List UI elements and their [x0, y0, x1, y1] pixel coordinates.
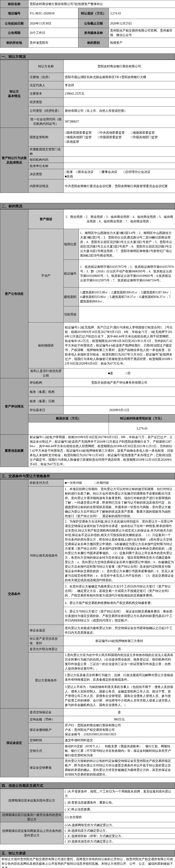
section3-title: 三、交易条件与受让方资格条件: [0, 473, 175, 479]
disclosure-form: 标的名称 贵阳农村商业银行股份有限公司7处抵债资产整体转让 项目编号 YG-JR…: [0, 0, 175, 868]
subject-status-label: 标的物现状: [28, 322, 64, 368]
parent-group-label: 所属集团或主管部门名称: [28, 147, 64, 157]
multi-transferee-label: 挂牌期满后若征集到两家及以上符合条件的意向受让方: [0, 822, 64, 844]
sasac-regulator-label: 国资监管机构: [28, 128, 64, 147]
qualification-item: 1.意向受让方应为在中华人民共和国境内依法设立并有效存续的企业法人或具有完全民事…: [64, 652, 175, 671]
project-no-value: YG-JRZC-2020018: [28, 8, 78, 19]
period-value: 20个工作日: [28, 28, 78, 38]
important-disclosure-value: 权证编号1-2处租户李明国，租期2019年9月16日至2027年9月15日，8年…: [28, 435, 175, 467]
deposit-method-value: 移动POS交款（针对个人）、转账支票（需提供进账单）、银行汇款、网银转账、银行汇…: [64, 744, 175, 758]
period-label: 公告周期: [0, 28, 28, 38]
legal-rep-label: 法定代表人: [28, 81, 64, 89]
approval-date-value: [64, 397, 175, 406]
registered-capital-value: 239041.25万元: [64, 89, 175, 98]
transferor-table: 转让方 基本情况 转让方名称 贵阳农村商业银行股份有限公司 注册地（住所） 贵阳…: [0, 60, 175, 193]
credit-code-value: 587280637: [64, 115, 175, 128]
asset-description-label: 资产描述: [28, 209, 64, 229]
asset-description-value: 1、商业用房；2、商业用房；3、临街商业用房；4、临街商业用房；5、临街商业用房…: [64, 209, 175, 229]
building-area-value: 1.建筑面积1015.98㎡；2.建筑面积300.01㎡；3.建筑面积1287.…: [79, 287, 175, 306]
approving-unit-value: [64, 163, 175, 169]
geo-location-label: 地理位置: [64, 229, 79, 260]
multi-transferee-option-c: ( )C.选择招投标（评审）方式确定受让方。: [64, 833, 175, 839]
registered-capital-label: 注册资本: [28, 89, 64, 98]
deposit-setting-group-label: 保证金设定: [0, 709, 28, 777]
project-no-label: 项目编号: [0, 8, 28, 19]
section2-title: 二、标的简况: [0, 203, 175, 209]
qualification-item: 2.受让方应具备完全民事行为能力，法律、行政法规或司法解释对受让方资格或条件有特…: [64, 671, 175, 684]
legal-rep-value: 李忠祥: [64, 81, 175, 89]
current-use-value: [79, 306, 175, 322]
spacer: [0, 193, 175, 203]
valuation-agency-label: 评估机构: [28, 378, 64, 387]
priority-right-label: 权利人是否行使优先受让权: [28, 368, 64, 378]
deposit-account-value: 开户行：贵阳农村商业银行股份有限公司 户名：贵州阳光产权交易所有限公司 保证金账…: [64, 723, 175, 737]
sasac-regulator-options: □国务院国资委监管 □中央其他部委监管 □省级国资委监管 □省级其他部门监管 □…: [64, 128, 175, 147]
deposit-matters-value: 意向受让方按标的转让公告的约定金额交纳保证金至贵州阳光产权交易所指定账户，即为意…: [64, 758, 175, 777]
start-date-label: 公告起始日期: [0, 19, 28, 28]
end-date-value: 2020年12月25日: [109, 19, 175, 28]
org-code-value: [64, 157, 175, 163]
summary-table: 标的名称 贵阳农村商业银行股份有限公司7处抵债资产整体转让 项目编号 YG-JR…: [0, 0, 175, 48]
certificate-no-label: 权证编号: [64, 260, 79, 287]
asset-announcement-group-label: 资产公告信息: [0, 209, 28, 378]
multi-transferee-option-d: ( )D.选择其他竞价方式确定受让方。: [64, 839, 175, 844]
spacer: [0, 467, 175, 473]
deposit-time-label: 交纳时间: [28, 737, 64, 744]
valuation-base-date-label: 评估基准日: [28, 406, 64, 414]
trade-condition-item: 5、受让方与转让方签订《资产转让合同》，保证金扣除交易服务费后，剩余部分直接转为…: [64, 607, 175, 625]
deposit-account-label: 保证金缴纳账户: [28, 723, 64, 737]
company-type-label: 公司类型（经济性质）: [28, 106, 64, 115]
transferee-qualification-label: 受让方资格条件: [28, 652, 64, 709]
section5-title: 五、转让方承诺: [0, 850, 175, 856]
approval-org-value: [64, 387, 175, 397]
one-transferee-label: 挂牌期满后若只征集到一家符合条件的意向受让方: [0, 812, 64, 822]
qualification-item: 3.受让人不得为：与标的物有利害关系的当事人（包括但不限于：债务人及担保人、债务…: [64, 684, 175, 709]
trade-condition-item: 1、本项目挂牌公告期间，意向受让方可以对转让标的做尽职调查，自行对转让标的进行全…: [64, 487, 175, 519]
section1-title: 一、转让方简况: [0, 54, 175, 60]
deposit-amount-label: 交纳金额（币种）: [28, 716, 64, 723]
payment-method-options: ■一次性付款 □分期付款: [64, 479, 175, 487]
conditions-table: 交易条件 价款支付方式 ■一次性付款 □分期付款 与转让相关其他条件 1、本项目…: [0, 479, 175, 777]
floor-price-value: 3,274.43: [109, 8, 175, 19]
current-use-label: 当前用途: [64, 306, 79, 322]
floor-price-label: 转让底价（万元）: [78, 8, 109, 19]
multi-transferee-option-a: (√)A.选择网络竞价方式确定受让方。: [64, 822, 175, 828]
trade-conditions-group-label: 交易条件: [0, 479, 28, 709]
certificate-no-value: 1、筑房权证南明字第010357972号；2、筑房权证南明字第010357970…: [79, 260, 175, 287]
spacer: [0, 844, 175, 850]
end-date-label: 公告截止日期: [78, 19, 109, 28]
economy-type-value: [64, 98, 175, 106]
other-conditions-label: 与转让相关其他条件: [28, 487, 64, 625]
location-label: 标的所在地: [0, 38, 28, 48]
spacer: [0, 48, 175, 54]
spacer: [0, 777, 175, 782]
approval-date-label: 核准（备案）日期: [28, 397, 64, 406]
media-label: 发布媒体名称: [78, 28, 109, 38]
book-value-header: 账面价值（万元）: [28, 414, 109, 422]
deposit-refund-label: 保证金返还: [28, 625, 64, 636]
internal-review-label: 内部审议情况: [28, 179, 64, 193]
real-estate-sublabel: 不动产: [28, 229, 64, 322]
consortium-allowed-value: 否: [64, 646, 175, 652]
registered-address-label: 注册地（住所）: [28, 73, 64, 81]
approval-org-label: 核准（备案）机构: [28, 387, 64, 397]
no-transferee-option-a: ( )A.不变更条件，按照__个工作日为一个周期延长挂牌，直至征集到意向受让方: [64, 789, 175, 799]
one-transferee-value: (√) 自主报价: [64, 812, 175, 822]
economy-type-label: 经济类型: [28, 98, 64, 106]
deposit-required-value: 是: [64, 709, 175, 716]
guarantee-seizure-value: 权证编号4-6处抵押物有第三方查封: [64, 636, 175, 646]
transferor-name-value: 贵阳农村商业银行股份有限公司: [64, 60, 175, 73]
location-value: 贵州省贵阳市: [28, 38, 78, 48]
registered-address-value: 贵阳市观山湖区长岭北路会展商务区TB-1贵阳农商银行大楼: [64, 73, 175, 81]
quick-sale-value-header: 转让标的快速变现价值（万元）: [109, 414, 175, 422]
category-value: 抵债资产: [109, 38, 175, 48]
book-value: [28, 422, 109, 435]
internal-review-value: 中共贵阳农商银行委员会会议纪要、贵阳农商银行风险管理委员会会议纪要: [64, 179, 175, 193]
subject-name-label: 标的名称: [0, 0, 28, 8]
announcement-trading-table: 挂牌期满后若未征集到意向受让方 ( )A.不变更条件，按照__个工作日为一个周期…: [0, 789, 175, 844]
transferor-basic-group-label: 转让方 基本情况: [0, 60, 28, 128]
resolution-type-options: □批复 □股东会决议 □董事会决议 □总经理办公会决议 ■其他: [64, 169, 175, 179]
quick-sale-value: 3,274.43: [109, 422, 175, 435]
geo-location-value: 1、南明区中山西路恒力大厦1幢3层3-0号；2、南明区中山西路恒力大厦1幢2层2…: [79, 229, 175, 260]
trade-condition-item: 2、为保护交易各方合法利益,转让方在此做出特别提示，意向受让方一旦受让申请且交纳…: [64, 519, 175, 583]
